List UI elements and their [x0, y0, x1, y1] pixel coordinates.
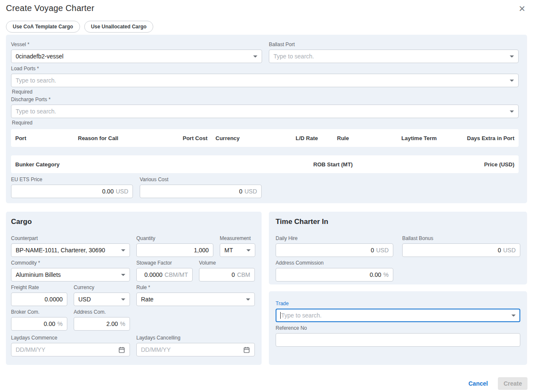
rule-field: Rule * Rate [136, 284, 255, 306]
stowage-factor-field: Stowage Factor 0.0000 CBM/MT [136, 260, 193, 282]
volume-label: Volume [199, 260, 255, 266]
ballast-bonus-unit: USD [503, 247, 516, 254]
reference-no-field: Reference No [276, 325, 520, 347]
commodity-value: Aluminium Billets [16, 271, 118, 278]
laydays-cancelling-input[interactable]: DD/MM/YY [136, 343, 255, 356]
address-com-field: Address Com. 2.00 % [74, 309, 130, 331]
ballast-bonus-input[interactable]: 0 USD [402, 243, 520, 257]
vessel-select[interactable]: 0cinadefb2-vessel [11, 50, 262, 63]
close-icon[interactable]: × [515, 2, 529, 15]
quantity-label: Quantity [136, 235, 213, 241]
broker-com-input[interactable]: 0.00 % [11, 317, 67, 331]
laydays-commence-label: Laydays Commence [11, 335, 130, 341]
create-button[interactable]: Create [498, 377, 527, 390]
use-unallocated-cargo-button[interactable]: Use Unallocated Cargo [84, 21, 153, 33]
ports-col-currency: Currency [207, 135, 260, 141]
measurement-value: MT [224, 247, 243, 254]
load-ports-label: Load Ports * [11, 66, 519, 72]
daily-hire-unit: USD [376, 247, 389, 254]
trade-field: Trade Type to search. [276, 301, 520, 322]
address-com-unit: % [120, 320, 125, 327]
trade-placeholder: Type to search. [281, 312, 508, 319]
voyage-details-section: Vessel * 0cinadefb2-vessel Ballast Port … [6, 35, 527, 203]
counterpart-field: Counterpart BP-NAME-1011, Charterer, 306… [11, 235, 130, 257]
chevron-down-icon [510, 110, 514, 113]
daily-hire-field: Daily Hire 0 USD [276, 235, 393, 257]
discharge-ports-input[interactable]: Type to search. [11, 105, 519, 118]
eu-ets-price-input[interactable]: 0.00 USD [11, 185, 133, 198]
address-com-input[interactable]: 2.00 % [74, 317, 130, 331]
quick-actions: Use CoA Template Cargo Use Unallocated C… [6, 21, 153, 33]
ports-col-laytime-term: Laytime Term [401, 135, 465, 141]
eu-ets-price-value: 0.00 [102, 188, 113, 195]
volume-input[interactable]: 0 CBM [199, 268, 255, 282]
load-ports-input[interactable]: Type to search. [11, 74, 519, 87]
freight-rate-input[interactable]: 0.0000 [11, 293, 67, 306]
ports-col-port-cost: Port Cost [175, 135, 207, 141]
chevron-down-icon [510, 80, 514, 82]
time-charter-in-section: Time Charter In Daily Hire 0 USD Ballast… [269, 212, 527, 284]
various-cost-label: Various Cost [140, 177, 262, 182]
reference-no-input[interactable] [276, 333, 520, 347]
address-commission-field: Address Commission 0.00 % [276, 260, 393, 282]
counterpart-select[interactable]: BP-NAME-1011, Charterer, 30690 [11, 243, 130, 257]
various-cost-input[interactable]: 0 USD [140, 185, 262, 198]
laydays-commence-input[interactable]: DD/MM/YY [11, 343, 130, 356]
quantity-field: Quantity 1,000 [136, 235, 213, 257]
cancel-button[interactable]: Cancel [464, 378, 492, 389]
rule-select[interactable]: Rate [136, 293, 255, 306]
laydays-cancelling-field: Laydays Cancelling DD/MM/YY [136, 335, 255, 356]
stowage-factor-label: Stowage Factor [136, 260, 193, 266]
load-ports-placeholder: Type to search. [16, 77, 506, 84]
rule-label: Rule * [136, 284, 255, 290]
laydays-commence-field: Laydays Commence DD/MM/YY [11, 335, 130, 356]
ballast-bonus-label: Ballast Bonus [402, 235, 520, 241]
reference-no-label: Reference No [276, 325, 520, 331]
measurement-label: Measurement [220, 235, 255, 241]
chevron-down-icon [510, 55, 514, 58]
counterpart-label: Counterpart [11, 235, 130, 241]
currency-value: USD [78, 296, 118, 303]
discharge-ports-required-note: Required [12, 120, 519, 126]
volume-value: 0 [232, 271, 235, 278]
measurement-field: Measurement MT [220, 235, 255, 257]
quantity-input[interactable]: 1,000 [136, 243, 213, 257]
chevron-down-icon [253, 55, 257, 58]
chevron-down-icon [246, 298, 250, 301]
stowage-factor-input[interactable]: 0.0000 CBM/MT [136, 268, 193, 282]
currency-field: Currency USD [74, 284, 130, 306]
ports-col-days-extra: Days Extra in Port [465, 135, 514, 141]
text-cursor [280, 312, 281, 319]
commodity-select[interactable]: Aluminium Billets [11, 268, 130, 282]
freight-rate-value: 0.0000 [44, 296, 63, 303]
trade-input[interactable]: Type to search. [276, 309, 520, 322]
ballast-port-label: Ballast Port [269, 41, 519, 47]
discharge-ports-label: Discharge Ports * [11, 97, 519, 102]
ballast-port-input[interactable]: Type to search. [269, 50, 519, 63]
calendar-icon[interactable] [243, 346, 250, 353]
chevron-down-icon [246, 249, 251, 251]
currency-select[interactable]: USD [74, 293, 130, 306]
address-commission-unit: % [384, 271, 389, 278]
load-ports-required-note: Required [12, 89, 519, 95]
broker-com-label: Broker Com. [11, 309, 67, 315]
calendar-icon[interactable] [118, 346, 125, 353]
eu-ets-price-label: EU ETS Price [11, 177, 133, 182]
daily-hire-value: 0 [371, 247, 374, 254]
cargo-section-title: Cargo [11, 218, 257, 226]
laydays-cancelling-label: Laydays Cancelling [136, 335, 255, 341]
measurement-select[interactable]: MT [220, 243, 255, 257]
stowage-factor-value: 0.0000 [144, 271, 163, 278]
ballast-port-field: Ballast Port Type to search. [269, 41, 519, 63]
address-commission-input[interactable]: 0.00 % [276, 268, 393, 282]
ballast-bonus-field: Ballast Bonus 0 USD [402, 235, 520, 257]
laydays-cancelling-placeholder: DD/MM/YY [141, 346, 240, 353]
daily-hire-input[interactable]: 0 USD [276, 243, 393, 257]
bunker-col-price: Price (USD) [395, 161, 514, 168]
various-cost-value: 0 [239, 188, 243, 195]
chevron-down-icon [121, 298, 125, 301]
chevron-down-icon [511, 315, 516, 317]
volume-field: Volume 0 CBM [199, 260, 255, 282]
cargo-section: Cargo Counterpart BP-NAME-1011, Chartere… [6, 212, 262, 365]
use-coa-template-cargo-button[interactable]: Use CoA Template Cargo [6, 21, 80, 33]
